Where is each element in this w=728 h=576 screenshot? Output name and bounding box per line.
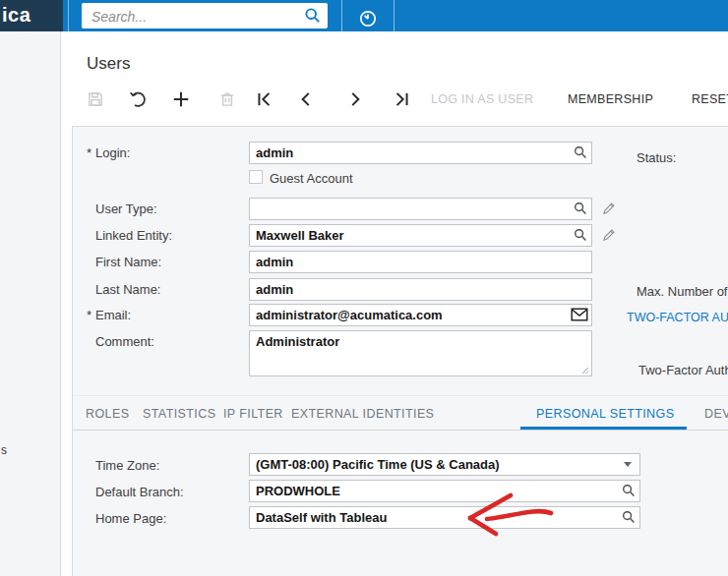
lookup-icon[interactable]: [574, 228, 587, 242]
time-zone-input[interactable]: [249, 453, 640, 476]
email-label: Email:: [95, 308, 131, 322]
resize-handle-icon[interactable]: [579, 365, 589, 374]
save-button[interactable]: [86, 89, 105, 109]
topbar-divider: [68, 0, 69, 31]
reset-button[interactable]: RESET: [692, 92, 728, 106]
status-label: Status:: [637, 150, 676, 165]
first-record-button[interactable]: [255, 89, 274, 109]
tab-ip-filter[interactable]: IP FILTER: [223, 407, 283, 421]
login-input[interactable]: [249, 142, 592, 164]
two-factor-auth-link[interactable]: TWO-FACTOR AU: [627, 311, 728, 324]
search-icon[interactable]: [304, 7, 322, 25]
tab-roles[interactable]: ROLES: [86, 407, 129, 421]
time-zone-label: Time Zone:: [95, 458, 159, 473]
top-bar: ica: [0, 0, 728, 31]
default-branch-input[interactable]: [249, 480, 640, 502]
first-record-icon: [255, 89, 274, 109]
home-page-label: Home Page:: [95, 511, 166, 526]
user-type-label: User Type:: [95, 202, 157, 216]
trash-icon: [217, 89, 237, 109]
plus-icon: [171, 89, 191, 109]
linked-entity-label: Linked Entity:: [95, 228, 172, 243]
linked-entity-input[interactable]: [249, 224, 592, 247]
delete-button[interactable]: [217, 89, 237, 109]
envelope-icon[interactable]: [571, 308, 588, 321]
login-label: Login:: [95, 145, 130, 160]
save-icon: [86, 89, 105, 109]
form-panel: * Login: Guest Account User Type: Linked…: [72, 126, 728, 576]
search-input[interactable]: [90, 4, 300, 29]
next-record-button[interactable]: [345, 89, 365, 109]
sidebar: s: [0, 31, 61, 576]
log-in-as-user-button[interactable]: LOG IN AS USER: [431, 92, 533, 106]
undo-icon: [128, 89, 148, 109]
user-type-input[interactable]: [249, 198, 592, 220]
tabs-bottom-border: [73, 430, 728, 431]
last-record-icon: [392, 89, 411, 109]
clock-icon: [358, 9, 378, 29]
tabs-top-divider: [73, 395, 728, 396]
dropdown-caret-icon[interactable]: [624, 462, 632, 467]
two-factor-auth-label: Two-Factor Auth: [638, 363, 728, 377]
tab-statistics[interactable]: STATISTICS: [143, 407, 215, 421]
sidebar-item-partial[interactable]: s: [1, 443, 7, 457]
guest-account-label: Guest Account: [270, 171, 353, 186]
edit-user-type-pencil-icon[interactable]: [601, 201, 617, 216]
previous-record-icon: [296, 89, 316, 109]
first-name-label: First Name:: [95, 255, 161, 269]
topbar-divider: [394, 0, 394, 31]
required-marker: *: [87, 308, 91, 322]
email-input[interactable]: [249, 304, 592, 326]
tab-personal-settings[interactable]: PERSONAL SETTINGS: [536, 407, 674, 421]
home-page-input[interactable]: [249, 506, 640, 529]
membership-button[interactable]: MEMBERSHIP: [568, 92, 653, 106]
first-name-input[interactable]: [249, 251, 592, 273]
lookup-icon[interactable]: [622, 510, 636, 524]
lookup-icon[interactable]: [574, 145, 587, 159]
previous-record-button[interactable]: [296, 89, 316, 109]
required-marker: *: [87, 145, 91, 160]
tab-external-identities[interactable]: EXTERNAL IDENTITIES: [291, 407, 434, 421]
tab-devices[interactable]: DEVICES: [704, 407, 728, 421]
guest-account-checkbox[interactable]: [249, 170, 263, 184]
last-name-label: Last Name:: [95, 282, 160, 297]
clock-button[interactable]: [349, 0, 387, 31]
screen: ica s Users: [0, 0, 728, 576]
last-name-input[interactable]: [249, 278, 592, 301]
last-record-button[interactable]: [392, 89, 411, 109]
next-record-icon: [345, 89, 365, 109]
max-number-label: Max. Number of: [637, 284, 727, 299]
edit-linked-entity-pencil-icon[interactable]: [601, 227, 617, 243]
comment-textarea[interactable]: Administrator: [249, 330, 592, 376]
add-button[interactable]: [171, 89, 191, 109]
topbar-divider: [341, 0, 342, 31]
app-logo[interactable]: ica: [0, 0, 63, 31]
default-branch-label: Default Branch:: [95, 485, 184, 499]
comment-label: Comment:: [95, 334, 154, 349]
lookup-icon[interactable]: [622, 484, 636, 497]
page-title: Users: [87, 54, 130, 74]
global-search: [82, 3, 328, 29]
undo-button[interactable]: [128, 89, 148, 109]
lookup-icon[interactable]: [574, 202, 587, 215]
